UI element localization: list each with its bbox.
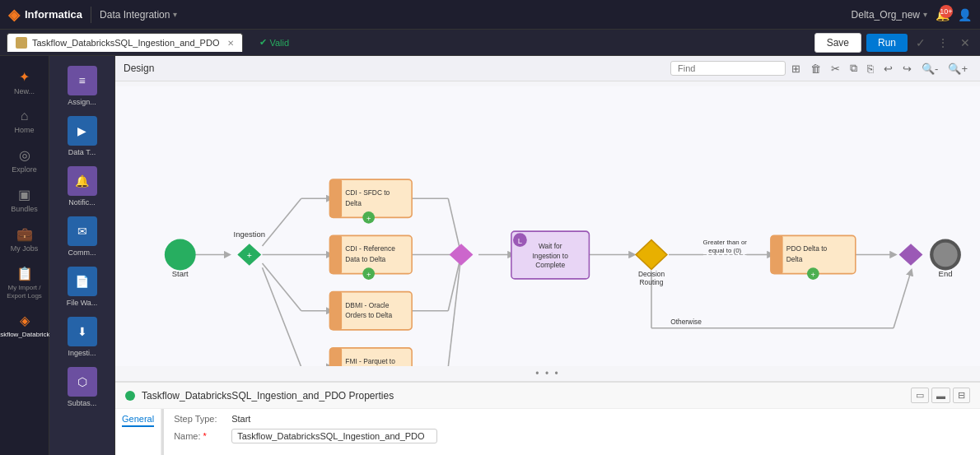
collapse-handle[interactable]: • • • xyxy=(115,366,980,381)
topbar-divider xyxy=(91,7,91,23)
comp-comm[interactable]: ✉ Comm... xyxy=(49,211,114,262)
comp-data-t[interactable]: ▶ Data T... xyxy=(49,111,114,161)
comp-subtas-label: Subtas... xyxy=(68,399,97,407)
cdi-ref-text1: CDI - Reference xyxy=(345,244,395,253)
bp-layout-btn-1[interactable]: ▭ xyxy=(911,388,929,403)
tabbar: Taskflow_DatabricksSQL_Ingestion_and_PDO… xyxy=(0,30,980,56)
comp-file-wa-label: File Wa... xyxy=(67,299,98,307)
sidebar-item-explore[interactable]: ◎ Explore xyxy=(0,141,49,180)
org-name: Delta_Org_new xyxy=(852,9,920,21)
validate-button[interactable]: ✓ xyxy=(912,35,929,51)
cut-button[interactable]: ✂ xyxy=(827,60,844,77)
more-options-button[interactable]: ⋮ xyxy=(934,35,952,51)
run-button[interactable]: Run xyxy=(866,34,908,52)
tab-actions: Save Run ✓ ⋮ ✕ xyxy=(814,33,973,53)
name-input[interactable] xyxy=(231,429,437,443)
fit-to-window-button[interactable]: ⊞ xyxy=(787,60,805,77)
fmi-stripe xyxy=(329,348,342,366)
sidebar-item-importexport[interactable]: 📋 My Import / Export Logs xyxy=(0,259,49,306)
comp-file-wa[interactable]: 📄 File Wa... xyxy=(49,262,114,312)
zoom-in-button[interactable]: 🔍+ xyxy=(944,60,972,77)
ingestion-plus: + xyxy=(247,250,252,260)
notif-badge: 10+ xyxy=(940,5,953,18)
wait-text1: Wait for xyxy=(539,242,562,250)
bp-layout-btn-3[interactable]: ⊟ xyxy=(953,388,970,403)
design-label: Design xyxy=(124,63,154,74)
props-tabs: General xyxy=(115,409,161,455)
paste-button[interactable]: ⎘ xyxy=(863,60,878,77)
check-icon: ✔ xyxy=(259,37,267,48)
section-chevron[interactable]: ▾ xyxy=(173,10,177,19)
delete-button[interactable]: 🗑 xyxy=(806,60,825,77)
new-icon: ✦ xyxy=(19,69,30,85)
sidebar-item-myjobs[interactable]: 💼 My Jobs xyxy=(0,220,49,259)
comp-ingesti[interactable]: ⬇ Ingesti... xyxy=(49,312,114,362)
sidebar-item-taskflow[interactable]: ◈ Taskflow_Databrick... xyxy=(0,306,49,346)
otherwise-label: Otherwise xyxy=(670,318,702,326)
bp-layout-buttons: ▭ ▬ ⊟ xyxy=(911,388,970,403)
step-type-row: Step Type: Start xyxy=(174,414,970,424)
name-required: * xyxy=(203,431,207,441)
explore-icon: ◎ xyxy=(19,147,30,163)
comp-ingesti-label: Ingesti... xyxy=(68,349,96,357)
step-type-value: Start xyxy=(231,414,250,424)
close-button[interactable]: ✕ xyxy=(957,35,973,51)
undo-button[interactable]: ↩ xyxy=(880,60,897,77)
comp-notific[interactable]: 🔔 Notific... xyxy=(49,161,114,211)
copy-button[interactable]: ⧉ xyxy=(846,59,861,77)
comp-data-t-label: Data T... xyxy=(68,148,96,156)
sidebar-item-taskflow-label: Taskflow_Databrick... xyxy=(0,331,55,339)
notific-icon: 🔔 xyxy=(68,166,97,196)
sidebar-item-myjobs-label: My Jobs xyxy=(11,244,39,253)
save-button[interactable]: Save xyxy=(814,33,861,53)
workflow-canvas: Start Ingestion + CDI - SFDC to Delta + … xyxy=(115,81,980,366)
svg-rect-0 xyxy=(115,86,980,366)
canvas-svg-container[interactable]: Start Ingestion + CDI - SFDC to Delta + … xyxy=(115,81,980,366)
bp-status-dot xyxy=(125,391,135,401)
topbar-right: Delta_Org_new ▾ 🔔 10+ 👤 xyxy=(852,8,972,21)
tab-general[interactable]: General xyxy=(122,414,154,427)
bp-title: Taskflow_DatabricksSQL_Ingestion_and_PDO… xyxy=(142,390,904,402)
assign-icon: ≡ xyxy=(68,66,97,95)
bp-layout-btn-2[interactable]: ▬ xyxy=(931,388,950,403)
name-label: Name: * xyxy=(174,431,223,441)
logo-text: Informatica xyxy=(25,8,82,21)
org-selector[interactable]: Delta_Org_new ▾ xyxy=(852,9,927,21)
start-label: Start xyxy=(172,269,189,278)
active-tab[interactable]: Taskflow_DatabricksSQL_Ingestion_and_PDO… xyxy=(7,33,243,52)
dbmi-text1: DBMI - Oracle xyxy=(345,301,389,309)
zoom-out-button[interactable]: 🔍- xyxy=(917,60,942,77)
decision-label2: Routing xyxy=(640,278,664,286)
start-node[interactable] xyxy=(165,239,196,271)
valid-indicator: ✔ Valid xyxy=(259,37,289,48)
org-chevron[interactable]: ▾ xyxy=(923,10,927,19)
dbmi-text2: Orders to Delta xyxy=(345,311,392,319)
user-icon[interactable]: 👤 xyxy=(958,8,972,21)
home-icon: ⌂ xyxy=(21,109,29,123)
svg-text:L: L xyxy=(518,236,522,245)
tab-icon xyxy=(16,37,27,49)
comp-subtas[interactable]: ⬡ Subtas... xyxy=(49,362,114,412)
bottom-panel: Taskflow_DatabricksSQL_Ingestion_and_PDO… xyxy=(115,381,980,455)
greater-than-label1: Greater than or xyxy=(703,239,748,246)
pdo-text1: PDO Delta to xyxy=(786,244,828,253)
redo-button[interactable]: ↪ xyxy=(898,60,916,77)
comp-assign[interactable]: ≡ Assign... xyxy=(49,61,114,111)
topbar: ◈ Informatica Data Integration ▾ Delta_O… xyxy=(0,0,980,30)
logo: ◈ Informatica xyxy=(8,6,82,24)
notifications[interactable]: 🔔 10+ xyxy=(936,8,950,21)
sidebar-item-bundles[interactable]: ▣ Bundles xyxy=(0,180,49,220)
sidebar-item-new[interactable]: ✦ New... xyxy=(0,63,49,102)
data-t-icon: ▶ xyxy=(68,116,97,146)
pdo-text2: Delta xyxy=(786,255,803,263)
canvas-tools: ⊞ 🗑 ✂ ⧉ ⎘ ↩ ↪ 🔍- 🔍+ xyxy=(670,59,972,77)
sidebar-item-home[interactable]: ⌂ Home xyxy=(0,102,49,141)
topbar-section[interactable]: Data Integration ▾ xyxy=(100,9,177,21)
canvas-area: Design ⊞ 🗑 ✂ ⧉ ⎘ ↩ ↪ 🔍- 🔍+ xyxy=(115,56,980,455)
main-layout: ✦ New... ⌂ Home ◎ Explore ▣ Bundles 💼 My… xyxy=(0,56,980,455)
comp-comm-label: Comm... xyxy=(68,248,96,257)
cdi-sfdc-text2: Delta xyxy=(345,199,362,207)
close-icon[interactable]: ✕ xyxy=(227,39,234,48)
find-input[interactable] xyxy=(670,61,786,76)
cdi-sfdc-node[interactable] xyxy=(329,179,412,217)
